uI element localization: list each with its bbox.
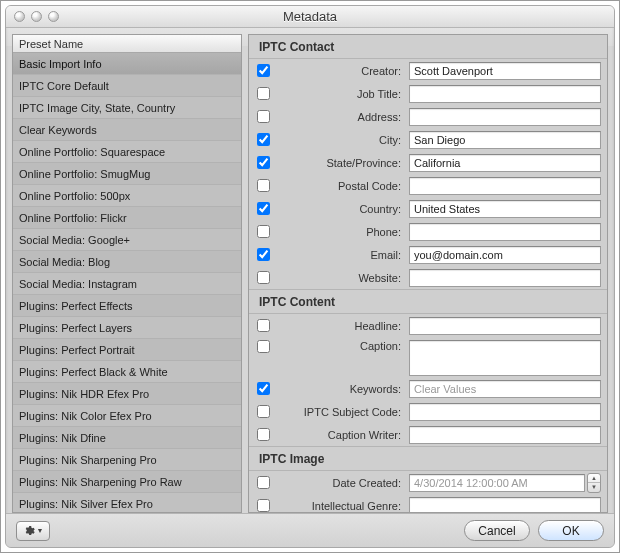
- preset-row[interactable]: Online Portfolio: Flickr: [13, 207, 241, 229]
- dialog-footer: ▼ Cancel OK: [6, 513, 614, 547]
- creator-label: Creator:: [277, 65, 403, 77]
- email-label: Email:: [277, 249, 403, 261]
- preset-row[interactable]: Plugins: Perfect Layers: [13, 317, 241, 339]
- postal-label: Postal Code:: [277, 180, 403, 192]
- job-title-input[interactable]: [409, 85, 601, 103]
- form-panel[interactable]: IPTC Contact Creator: Job Title: Address…: [248, 34, 608, 513]
- caption-checkbox[interactable]: [257, 340, 270, 353]
- preset-row[interactable]: Basic Import Info: [13, 53, 241, 75]
- headline-input[interactable]: [409, 317, 601, 335]
- stepper-up-icon[interactable]: ▲: [588, 474, 600, 484]
- window-title: Metadata: [6, 9, 614, 24]
- caption-label: Caption:: [277, 340, 403, 352]
- field-subject-code: IPTC Subject Code:: [249, 400, 607, 423]
- ok-button[interactable]: OK: [538, 520, 604, 541]
- titlebar: Metadata: [6, 6, 614, 28]
- preset-row[interactable]: Clear Keywords: [13, 119, 241, 141]
- email-input[interactable]: [409, 246, 601, 264]
- keywords-input[interactable]: [409, 380, 601, 398]
- state-label: State/Province:: [277, 157, 403, 169]
- phone-input[interactable]: [409, 223, 601, 241]
- date-stepper[interactable]: ▲ ▼: [587, 473, 601, 493]
- group-content-header: IPTC Content: [249, 289, 607, 314]
- subject-code-checkbox[interactable]: [257, 405, 270, 418]
- creator-input[interactable]: [409, 62, 601, 80]
- window-controls: [14, 11, 59, 22]
- zoom-icon[interactable]: [48, 11, 59, 22]
- gear-icon: [23, 525, 35, 537]
- website-checkbox[interactable]: [257, 271, 270, 284]
- metadata-window: Metadata Preset Name Basic Import InfoIP…: [5, 5, 615, 548]
- website-input[interactable]: [409, 269, 601, 287]
- subject-code-input[interactable]: [409, 403, 601, 421]
- preset-row[interactable]: Plugins: Nik Sharpening Pro: [13, 449, 241, 471]
- cancel-button[interactable]: Cancel: [464, 520, 530, 541]
- date-created-label: Date Created:: [277, 477, 403, 489]
- preset-row[interactable]: Online Portfolio: 500px: [13, 185, 241, 207]
- headline-checkbox[interactable]: [257, 319, 270, 332]
- address-input[interactable]: [409, 108, 601, 126]
- field-headline: Headline:: [249, 314, 607, 337]
- preset-row[interactable]: Online Portfolio: SmugMug: [13, 163, 241, 185]
- date-created-input[interactable]: [409, 474, 585, 492]
- field-caption: Caption:: [249, 337, 607, 377]
- preset-row[interactable]: Plugins: Perfect Black & White: [13, 361, 241, 383]
- preset-row[interactable]: Social Media: Google+: [13, 229, 241, 251]
- email-checkbox[interactable]: [257, 248, 270, 261]
- address-checkbox[interactable]: [257, 110, 270, 123]
- city-checkbox[interactable]: [257, 133, 270, 146]
- preset-row[interactable]: IPTC Image City, State, Country: [13, 97, 241, 119]
- country-label: Country:: [277, 203, 403, 215]
- preset-actions-button[interactable]: ▼: [16, 521, 50, 541]
- minimize-icon[interactable]: [31, 11, 42, 22]
- creator-checkbox[interactable]: [257, 64, 270, 77]
- preset-row[interactable]: Online Portfolio: Squarespace: [13, 141, 241, 163]
- preset-row[interactable]: Plugins: Perfect Portrait: [13, 339, 241, 361]
- field-country: Country:: [249, 197, 607, 220]
- genre-label: Intellectual Genre:: [277, 500, 403, 512]
- caption-writer-input[interactable]: [409, 426, 601, 444]
- city-input[interactable]: [409, 131, 601, 149]
- preset-row[interactable]: Plugins: Nik Color Efex Pro: [13, 405, 241, 427]
- phone-checkbox[interactable]: [257, 225, 270, 238]
- keywords-label: Keywords:: [277, 383, 403, 395]
- preset-row[interactable]: Plugins: Nik Silver Efex Pro: [13, 493, 241, 512]
- postal-input[interactable]: [409, 177, 601, 195]
- state-checkbox[interactable]: [257, 156, 270, 169]
- preset-row[interactable]: Social Media: Instagram: [13, 273, 241, 295]
- postal-checkbox[interactable]: [257, 179, 270, 192]
- keywords-checkbox[interactable]: [257, 382, 270, 395]
- preset-row[interactable]: Social Media: Blog: [13, 251, 241, 273]
- country-checkbox[interactable]: [257, 202, 270, 215]
- preset-row[interactable]: Plugins: Nik Dfine: [13, 427, 241, 449]
- group-image-header: IPTC Image: [249, 446, 607, 471]
- phone-label: Phone:: [277, 226, 403, 238]
- address-label: Address:: [277, 111, 403, 123]
- field-job-title: Job Title:: [249, 82, 607, 105]
- subject-code-label: IPTC Subject Code:: [277, 406, 403, 418]
- preset-row[interactable]: Plugins: Nik Sharpening Pro Raw: [13, 471, 241, 493]
- field-keywords: Keywords:: [249, 377, 607, 400]
- caption-writer-checkbox[interactable]: [257, 428, 270, 441]
- preset-row[interactable]: Plugins: Nik HDR Efex Pro: [13, 383, 241, 405]
- preset-row[interactable]: IPTC Core Default: [13, 75, 241, 97]
- genre-checkbox[interactable]: [257, 499, 270, 512]
- close-icon[interactable]: [14, 11, 25, 22]
- caption-input[interactable]: [409, 340, 601, 376]
- field-caption-writer: Caption Writer:: [249, 423, 607, 446]
- state-input[interactable]: [409, 154, 601, 172]
- presets-list[interactable]: Basic Import InfoIPTC Core DefaultIPTC I…: [13, 53, 241, 512]
- job-title-checkbox[interactable]: [257, 87, 270, 100]
- preset-row[interactable]: Plugins: Perfect Effects: [13, 295, 241, 317]
- field-postal-code: Postal Code:: [249, 174, 607, 197]
- group-contact-header: IPTC Contact: [249, 35, 607, 59]
- field-state-province: State/Province:: [249, 151, 607, 174]
- country-input[interactable]: [409, 200, 601, 218]
- field-date-created: Date Created: ▲ ▼: [249, 471, 607, 494]
- field-phone: Phone:: [249, 220, 607, 243]
- stepper-down-icon[interactable]: ▼: [588, 483, 600, 492]
- genre-input[interactable]: [409, 497, 601, 514]
- website-label: Website:: [277, 272, 403, 284]
- field-address: Address:: [249, 105, 607, 128]
- date-created-checkbox[interactable]: [257, 476, 270, 489]
